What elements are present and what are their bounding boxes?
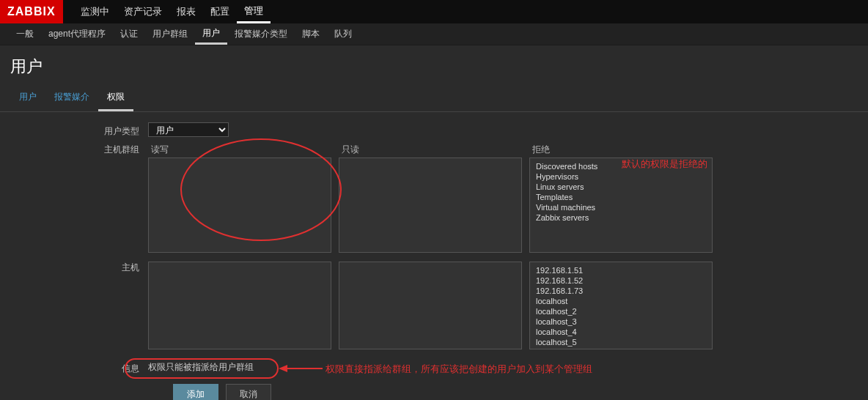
subnav-mediatypes[interactable]: 报警媒介类型: [227, 23, 295, 45]
list-item[interactable]: localhost_6: [536, 347, 706, 349]
page-title: 用户: [0, 45, 868, 85]
subnav-scripts[interactable]: 脚本: [295, 23, 327, 45]
subnav-users[interactable]: 用户: [195, 23, 227, 45]
subnav-auth[interactable]: 认证: [113, 23, 145, 45]
label-host-groups: 主机群组: [10, 144, 148, 253]
list-item[interactable]: localhost_4: [536, 327, 706, 337]
sub-bar: 一般 agent代理程序 认证 用户群组 用户 报警媒介类型 脚本 队列: [0, 23, 868, 45]
list-item[interactable]: localhost_5: [536, 337, 706, 347]
logo: ZABBIX: [0, 0, 63, 23]
col-header-deny: 拒绝: [529, 144, 713, 156]
tab-permissions[interactable]: 权限: [98, 85, 133, 111]
select-user-type[interactable]: 用户: [148, 122, 229, 137]
list-item[interactable]: localhost: [536, 296, 706, 306]
list-item[interactable]: Templates: [536, 192, 706, 202]
topnav-monitoring[interactable]: 监测中: [73, 0, 117, 23]
list-item[interactable]: 192.168.1.73: [536, 286, 706, 296]
col-header-rw: 读写: [148, 144, 331, 156]
form-area: 用户类型 用户 主机群组 读写 只读 拒绝 Discovered hosts H…: [0, 112, 868, 400]
cancel-button[interactable]: 取消: [226, 384, 271, 400]
subnav-queue[interactable]: 队列: [327, 23, 359, 45]
label-hosts: 主机: [10, 262, 148, 349]
list-item[interactable]: Virtual machines: [536, 202, 706, 212]
listbox-hosts-ro[interactable]: [339, 262, 522, 349]
list-item[interactable]: 192.168.1.51: [536, 265, 706, 275]
list-item[interactable]: Zabbix servers: [536, 212, 706, 223]
list-item[interactable]: localhost_2: [536, 306, 706, 316]
tab-bar: 用户 报警媒介 权限: [0, 85, 868, 112]
listbox-hosts-rw[interactable]: [148, 262, 331, 349]
listbox-hosts-deny[interactable]: 192.168.1.51 192.168.1.52 192.168.1.73 l…: [529, 262, 713, 349]
tab-user[interactable]: 用户: [10, 85, 45, 111]
add-button[interactable]: 添加: [173, 384, 218, 400]
subnav-proxies[interactable]: agent代理程序: [41, 23, 113, 45]
list-item[interactable]: Linux servers: [536, 182, 706, 192]
list-item[interactable]: localhost_3: [536, 316, 706, 327]
subnav-usergroups[interactable]: 用户群组: [145, 23, 195, 45]
info-text: 权限只能被指派给用户群组: [148, 360, 254, 375]
top-nav: 监测中 资产记录 报表 配置 管理: [73, 0, 271, 23]
topnav-administration[interactable]: 管理: [237, 0, 271, 23]
subnav-general[interactable]: 一般: [9, 23, 41, 45]
list-item[interactable]: Hypervisors: [536, 171, 706, 182]
topnav-inventory[interactable]: 资产记录: [117, 0, 169, 23]
list-item[interactable]: 192.168.1.52: [536, 275, 706, 286]
label-user-type: 用户类型: [10, 122, 148, 138]
listbox-groups-deny[interactable]: Discovered hosts Hypervisors Linux serve…: [529, 158, 713, 253]
listbox-groups-rw[interactable]: [148, 158, 331, 253]
listbox-groups-ro[interactable]: [339, 158, 522, 253]
topnav-reports[interactable]: 报表: [169, 0, 203, 23]
col-header-ro: 只读: [339, 144, 522, 156]
topnav-configuration[interactable]: 配置: [203, 0, 237, 23]
top-bar: ZABBIX 监测中 资产记录 报表 配置 管理: [0, 0, 868, 23]
label-info: 信息: [10, 360, 148, 375]
tab-media[interactable]: 报警媒介: [45, 85, 98, 111]
list-item[interactable]: Discovered hosts: [536, 161, 706, 171]
